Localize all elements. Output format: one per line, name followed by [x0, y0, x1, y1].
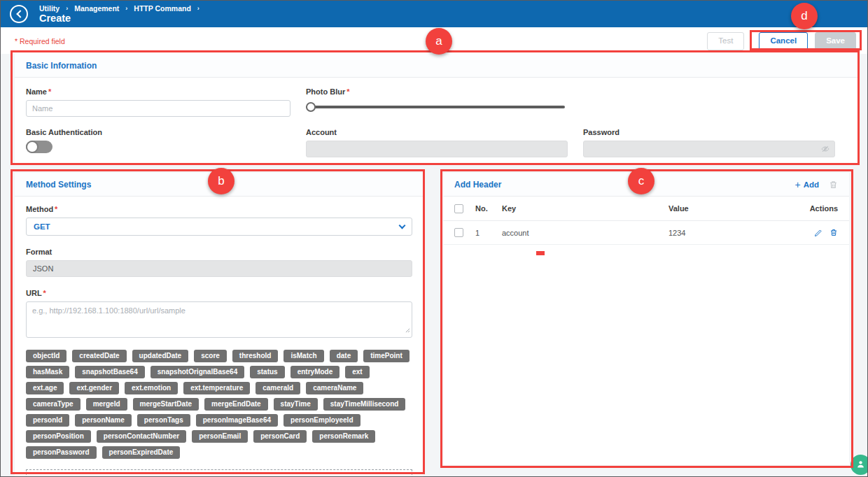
placeholder-chip[interactable]: stayTimeMillisecond [323, 398, 406, 411]
placeholder-chip[interactable]: personPassword [26, 446, 97, 459]
placeholder-chip[interactable]: ext.emotion [125, 382, 178, 394]
placeholder-chip[interactable]: personTags [137, 414, 190, 427]
add-header-actions: + Add [794, 180, 838, 190]
breadcrumb-separator-icon: › [125, 5, 127, 12]
annotation-label-a: a [426, 28, 452, 55]
column-value: Value [668, 204, 802, 213]
breadcrumb: Utility›Management›HTTP Command› [39, 4, 200, 13]
method-select[interactable]: GET [26, 218, 412, 236]
bulk-delete-button[interactable] [829, 180, 838, 190]
format-field-group: Format JSON [26, 248, 412, 277]
spacer-cell [583, 87, 846, 117]
placeholder-chip[interactable]: ext.temperature [183, 382, 250, 394]
breadcrumb-item[interactable]: Utility [39, 4, 59, 13]
placeholder-chip[interactable]: ext [345, 366, 369, 378]
back-button[interactable] [10, 5, 28, 23]
account-field-group: Account [306, 128, 568, 157]
basic-information-title: Basic Information [26, 61, 97, 71]
basic-information-body: Name* Photo Blur* Basic Authentication [15, 78, 858, 157]
password-field-group: Password [583, 128, 835, 157]
placeholder-chip[interactable]: personImageBase64 [196, 414, 278, 427]
breadcrumb-item[interactable]: Management [74, 4, 119, 13]
edit-row-button[interactable] [814, 229, 822, 237]
url-textarea[interactable] [26, 301, 412, 338]
chevron-down-icon [399, 222, 406, 229]
placeholder-chip[interactable]: personId [26, 414, 69, 427]
test-button[interactable]: Test [707, 32, 744, 50]
placeholder-chip[interactable]: entryMode [290, 366, 340, 378]
photo-blur-slider[interactable] [306, 102, 565, 112]
basic-information-header: Basic Information [15, 54, 858, 78]
row-no: 1 [475, 229, 502, 237]
breadcrumb-separator-icon: › [197, 5, 200, 12]
placeholder-chip[interactable]: threshold [232, 350, 279, 362]
http-command-create-page: Utility›Management›HTTP Command› Create … [0, 0, 868, 477]
url-label: URL* [26, 289, 412, 297]
account-input [306, 141, 568, 157]
placeholder-chip[interactable]: personCard [253, 430, 307, 443]
row-value: 1234 [668, 229, 802, 237]
placeholder-chip[interactable]: personContactNumber [97, 430, 186, 443]
name-label: Name* [26, 87, 290, 96]
basic-auth-field-group: Basic Authentication [26, 128, 290, 157]
placeholder-chip[interactable]: cameraId [255, 382, 300, 394]
add-header-card: Add Header + Add No. Key Value Actions 1… [443, 173, 849, 465]
basic-auth-label: Basic Authentication [26, 128, 290, 136]
placeholder-chip[interactable]: updatedDate [132, 350, 189, 362]
button-divider [751, 35, 752, 48]
placeholder-chip[interactable]: createdDate [72, 350, 126, 362]
placeholder-chip[interactable]: personEmployeeId [284, 414, 360, 427]
placeholder-chip[interactable]: snapshotBase64 [75, 366, 144, 378]
placeholder-chip[interactable]: status [250, 366, 284, 378]
placeholder-chip[interactable]: isMatch [284, 350, 323, 362]
placeholder-chip[interactable]: mergeId [86, 398, 127, 411]
annotation-label-d: d [791, 3, 818, 29]
placeholder-chip[interactable]: personExpiredDate [102, 446, 181, 459]
placeholder-chip[interactable]: ext.age [26, 382, 64, 394]
basic-auth-toggle[interactable] [26, 141, 52, 153]
add-button[interactable]: + Add [794, 180, 819, 190]
plus-icon: + [794, 180, 800, 190]
add-button-label: Add [804, 180, 819, 189]
save-button[interactable]: Save [815, 32, 856, 50]
placeholder-chip[interactable]: hasMask [26, 366, 69, 378]
required-asterisk: * [43, 289, 46, 297]
delete-row-button[interactable] [830, 228, 838, 237]
placeholder-chip[interactable]: personName [75, 414, 132, 427]
placeholder-chip[interactable]: score [194, 350, 227, 362]
format-label: Format [26, 248, 412, 256]
placeholder-chip[interactable]: personRemark [312, 430, 375, 443]
method-field-group: Method* GET [26, 205, 412, 236]
placeholder-chip[interactable]: personEmail [192, 430, 248, 443]
add-header-title: Add Header [454, 180, 501, 190]
topbar: Utility›Management›HTTP Command› Create [1, 1, 867, 27]
placeholder-chip[interactable]: timePoint [363, 350, 410, 362]
placeholder-chip[interactable]: mergeStartDate [133, 398, 199, 411]
row-checkbox[interactable] [454, 228, 463, 237]
placeholder-chip[interactable]: cameraName [306, 382, 363, 394]
placeholder-chip[interactable]: date [330, 350, 358, 362]
cancel-button[interactable]: Cancel [759, 32, 808, 50]
url-field-group: URL* [26, 289, 412, 338]
column-key: Key [502, 204, 668, 213]
placeholder-chip[interactable]: mergeEndDate [204, 398, 268, 411]
password-input [583, 141, 835, 157]
breadcrumb-item[interactable]: HTTP Command [134, 4, 190, 13]
name-input[interactable] [26, 100, 290, 117]
floating-widget-button[interactable] [850, 455, 868, 475]
placeholder-chip[interactable]: personPosition [26, 430, 91, 443]
http-command-tips: HTTP Command Tips Report information can… [26, 469, 412, 477]
method-selected-value: GET [34, 222, 50, 231]
column-actions: Actions [802, 204, 838, 213]
placeholder-chip[interactable]: objectId [26, 350, 66, 362]
placeholder-chip[interactable]: stayTime [274, 398, 318, 411]
placeholder-chip[interactable]: cameraType [26, 398, 80, 411]
placeholder-chip[interactable]: snapshotOrignalBase64 [150, 366, 244, 378]
account-label: Account [306, 128, 568, 136]
select-all-checkbox[interactable] [454, 204, 463, 213]
header-table-head: No. Key Value Actions [443, 197, 849, 221]
slider-thumb[interactable] [306, 102, 316, 112]
placeholder-chip[interactable]: ext.gender [69, 382, 119, 394]
required-field-note: * Required field [15, 37, 65, 45]
breadcrumb-separator-icon: › [66, 5, 68, 12]
